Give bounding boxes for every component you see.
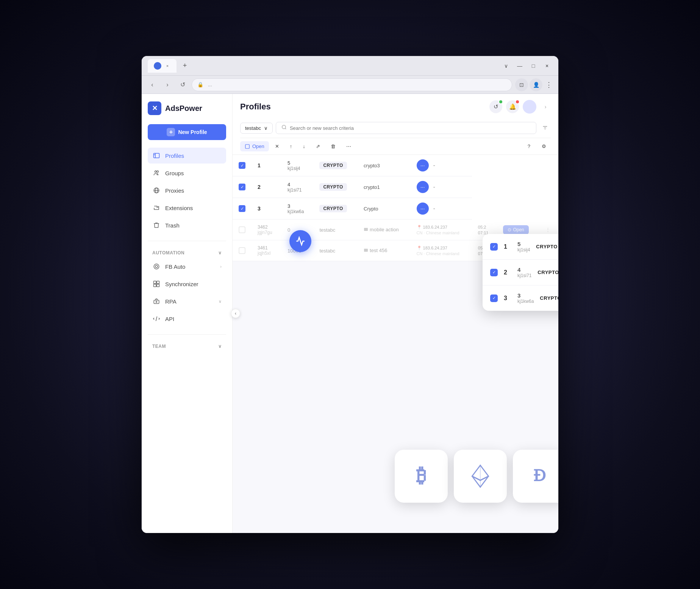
header-top: Profiles ↺ 🔔 › — [240, 100, 551, 114]
profile-ip: 📍 183.6.24.237CN · Chinese mainland — [417, 246, 459, 256]
row-checkbox[interactable]: ✓ — [239, 205, 245, 212]
profile-group-dim: testabc — [319, 248, 335, 254]
sidebar-item-synchronizer[interactable]: Synchronizer — [148, 276, 226, 292]
sidebar-item-api[interactable]: API — [148, 311, 226, 327]
sidebar-item-extensions[interactable]: Extensions — [148, 200, 226, 216]
sidebar-item-rpa[interactable]: RPA ∨ — [148, 293, 226, 309]
group-badge: CRYPTO — [319, 183, 347, 191]
action-toolbar: Open ✕ ↑ ↓ ⇗ 🗑 ⋯ ? ⚙ — [240, 138, 551, 154]
delete-button[interactable]: 🗑 — [326, 141, 340, 151]
screen-btn[interactable]: ⊡ — [515, 78, 528, 91]
row-more-button[interactable]: ··· — [417, 159, 429, 171]
row-more-button[interactable]: ··· — [417, 203, 429, 215]
profile-id: kj1kw6a — [288, 209, 307, 214]
table-row[interactable]: ✓ 2 4 kj1si71 — [233, 176, 558, 198]
row-checkbox[interactable] — [239, 226, 245, 233]
help-button[interactable]: ? — [523, 141, 535, 151]
desktop-background: × + ∨ — □ × ‹ › ↺ 🔒 ... ⊡ 👤 ⋮ — [0, 0, 700, 589]
sidebar-collapse-button[interactable]: ‹ — [231, 309, 240, 318]
settings-button[interactable]: ⚙ — [537, 141, 551, 151]
active-tab[interactable]: × — [148, 59, 177, 73]
sync-button[interactable]: ↺ — [489, 100, 502, 113]
tab-close-icon[interactable]: × — [164, 63, 170, 69]
svg-rect-17 — [245, 144, 250, 148]
share-button[interactable]: ⇗ — [311, 141, 325, 151]
popup-checkbox[interactable]: ✓ — [490, 269, 498, 276]
row-checkbox[interactable] — [239, 247, 245, 254]
floating-stats-button[interactable] — [289, 230, 311, 252]
new-tab-button[interactable]: + — [180, 61, 190, 71]
trash-icon — [152, 221, 161, 229]
sync-icon: ↺ — [494, 103, 498, 110]
new-profile-button[interactable]: + New Profile — [148, 124, 226, 140]
sidebar-item-trash[interactable]: Trash — [148, 217, 226, 233]
popup-seq: 4 — [517, 266, 531, 273]
bell-icon: 🔔 — [509, 103, 516, 110]
popup-row[interactable]: ✓ 3 3 kj1kw6a CRYPTO Crypto ··· - — [483, 285, 558, 311]
chevron-right-icon: › — [220, 264, 222, 269]
more-menu-button[interactable]: ⋮ — [544, 81, 554, 89]
sidebar-label-synchronizer: Synchronizer — [165, 281, 198, 287]
profile-num: 0 — [288, 227, 290, 233]
profile-name: crypto1 — [364, 184, 380, 190]
address-bar[interactable]: 🔒 ... — [192, 78, 512, 91]
svg-point-2 — [157, 171, 159, 173]
popup-checkbox[interactable]: ✓ — [490, 294, 498, 302]
svg-rect-19 — [364, 249, 368, 252]
row-more-icon[interactable]: ⋮ — [545, 227, 550, 232]
sidebar-item-groups[interactable]: Groups — [148, 165, 226, 181]
brand-name: AdsPower — [165, 104, 202, 113]
close-button[interactable]: × — [542, 61, 552, 71]
maximize-button[interactable]: □ — [528, 61, 539, 71]
svg-rect-18 — [364, 228, 368, 231]
sidebar-item-profiles[interactable]: Profiles — [148, 148, 226, 164]
profile-name: Crypto — [364, 206, 378, 212]
upload-button[interactable]: ↑ — [285, 141, 297, 151]
sidebar-label-profiles: Profiles — [165, 153, 184, 159]
sidebar-item-proxies[interactable]: Proxies — [148, 182, 226, 198]
panel-collapse-button[interactable]: › — [540, 101, 551, 112]
popup-row-num: 2 — [504, 269, 511, 276]
sidebar-item-fb-auto[interactable]: FB Auto › — [148, 259, 226, 274]
popup-row[interactable]: ✓ 1 5 kj1sij4 CRYPTO crypto3 ··· - — [483, 234, 558, 260]
popup-profile-id: kj1si71 — [517, 273, 531, 278]
minimize-button[interactable]: — — [514, 61, 525, 71]
popup-checkbox[interactable]: ✓ — [490, 243, 498, 251]
open-button[interactable]: Open — [240, 141, 269, 151]
logo-icon: ✕ — [148, 101, 161, 115]
chevron-down-icon[interactable]: ∨ — [501, 61, 511, 71]
download-button[interactable]: ↓ — [298, 141, 310, 151]
open-icon: ⊙ — [508, 227, 511, 232]
svg-rect-7 — [154, 281, 156, 284]
row-more-button[interactable]: ··· — [417, 181, 429, 193]
row-checkbox[interactable]: ✓ — [239, 184, 245, 190]
profile-tag: test 456 — [364, 248, 387, 253]
open-label: Open — [252, 143, 264, 149]
notification-button[interactable]: 🔔 — [506, 100, 519, 113]
sidebar-label-proxies: Proxies — [165, 187, 184, 194]
profile-sub-id: jgjn7gu — [258, 230, 275, 235]
bitcoin-card: ₿ — [395, 450, 448, 503]
row-checkbox[interactable]: ✓ — [239, 162, 245, 169]
user-btn[interactable]: 👤 — [530, 78, 542, 91]
refresh-button[interactable]: ↺ — [177, 79, 189, 91]
logo-area: ✕ AdsPower — [148, 101, 226, 115]
filter-button[interactable] — [539, 122, 551, 134]
more-actions-button[interactable]: ⋯ — [342, 141, 356, 151]
user-avatar[interactable] — [523, 100, 536, 114]
back-button[interactable]: ‹ — [146, 79, 158, 91]
search-input[interactable] — [290, 125, 531, 131]
forward-button[interactable]: › — [161, 79, 173, 91]
popup-row[interactable]: ✓ 2 4 kj1si71 CRYPTO crypto1 ··· - — [483, 260, 558, 285]
row-number: 3 — [258, 206, 261, 212]
table-row[interactable]: ✓ 3 3 kj1kw6a — [233, 198, 558, 220]
profile-seq: 4 — [288, 182, 307, 187]
popup-seq: 5 — [517, 241, 530, 247]
popup-row-num: 3 — [504, 295, 511, 302]
close-action-button[interactable]: ✕ — [270, 141, 284, 151]
open-profile-button[interactable]: ⊙ Open — [503, 225, 528, 234]
plus-icon: + — [167, 128, 175, 136]
table-row[interactable]: ✓ 1 5 kj1sij4 — [233, 155, 558, 176]
nav-actions: ⊡ 👤 ⋮ — [515, 78, 554, 91]
group-selector[interactable]: testabc ∨ — [240, 123, 273, 134]
